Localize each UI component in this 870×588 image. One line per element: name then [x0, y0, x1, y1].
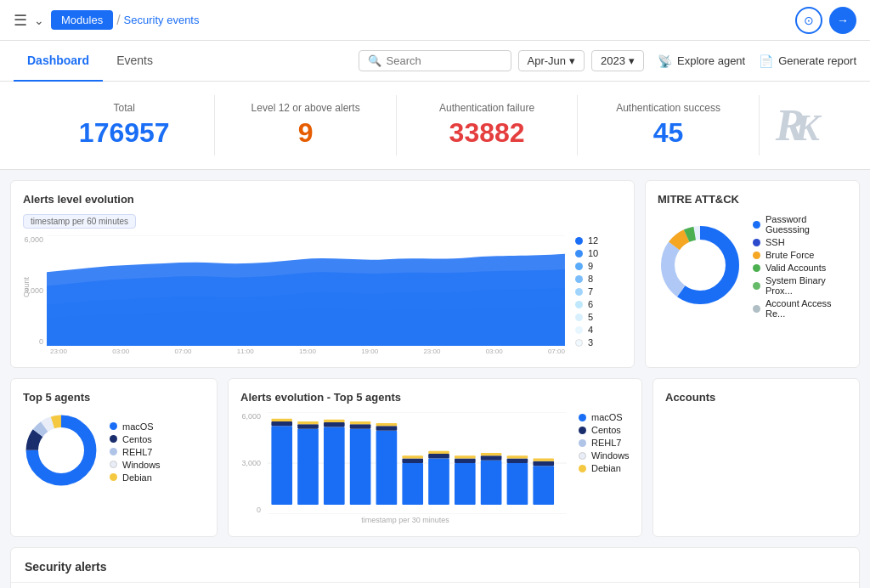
mitre-card: MITRE ATT&CK [645, 180, 860, 368]
y-label-0: 0 [23, 337, 43, 346]
svg-rect-47 [507, 459, 528, 463]
alerts-legend: 12 10 9 8 7 6 5 4 3 [575, 235, 622, 348]
top5-title: Top 5 agents [23, 391, 205, 404]
security-alerts-section: Security alerts Time ▼ Agent Agent name … [10, 547, 860, 588]
x-label-4: 11:00 [237, 348, 254, 355]
alerts-level-card: Alerts level evolution timestamp per 60 … [10, 180, 635, 368]
svg-rect-45 [481, 453, 502, 455]
mitre-title: MITRE ATT&CK [658, 193, 847, 206]
modules-breadcrumb[interactable]: Modules [51, 10, 113, 30]
x-label-1: 23:00 [50, 348, 67, 355]
svg-rect-35 [402, 459, 423, 463]
accounts-card: Accounts [652, 378, 860, 537]
bottom-section: Top 5 agents mac [0, 378, 870, 547]
svg-rect-19 [271, 426, 292, 505]
security-alerts-title: Security alerts [11, 548, 859, 583]
nav-search-area: 🔍 Apr-Jun ▾ 2023 ▾ [359, 50, 644, 71]
svg-rect-39 [428, 451, 449, 454]
alerts-card-title: Alerts level evolution [23, 193, 622, 206]
accounts-title: Accounts [665, 391, 715, 404]
radio-icon: 📡 [658, 54, 672, 68]
svg-point-8 [676, 241, 724, 289]
mitre-legend: Password Guesssing SSH Brute Force Valid… [753, 214, 847, 319]
date-filter-dropdown[interactable]: Apr-Jun ▾ [518, 50, 585, 71]
user-icon[interactable]: → [829, 7, 856, 34]
menu-icon[interactable]: ☰ [14, 11, 27, 30]
svg-rect-46 [507, 463, 528, 505]
x-label-3: 07:00 [174, 348, 191, 355]
breadcrumb-separator: / [116, 13, 120, 28]
svg-rect-41 [455, 459, 476, 463]
svg-rect-28 [350, 429, 371, 505]
search-input[interactable] [387, 54, 502, 67]
stats-bar: Total 176957 Level 12 or above alerts 9 … [0, 82, 870, 170]
svg-rect-43 [481, 461, 502, 505]
col-tactics: Tactic(s) [372, 583, 535, 588]
breadcrumb: Modules / Security events [51, 10, 199, 30]
svg-rect-20 [271, 421, 292, 426]
top5-donut-chart [23, 412, 99, 489]
auth-success-stat: Authentication success 45 [578, 95, 759, 155]
alerts-evolution-title: Alerts evolution - Top 5 agents [240, 391, 630, 404]
col-level: Level [760, 583, 805, 588]
bar-chart-x-label: timestamp per 30 minutes [240, 516, 570, 524]
tab-dashboard[interactable]: Dashboard [14, 41, 103, 82]
top5-legend: macOS Centos REHL7 Windows Debian [110, 421, 161, 483]
svg-rect-50 [533, 461, 554, 466]
svg-rect-21 [271, 419, 292, 421]
refresh-icon[interactable]: ⊙ [795, 7, 822, 34]
svg-rect-30 [350, 421, 371, 424]
x-label-7: 23:00 [423, 348, 440, 355]
year-filter-dropdown[interactable]: 2023 ▾ [591, 50, 644, 71]
svg-rect-36 [402, 455, 423, 458]
top5-agents-card: Top 5 agents mac [10, 378, 218, 537]
alerts-evolution-legend: macOS Centos REHL7 Windows Debian [579, 412, 630, 473]
svg-rect-37 [428, 459, 449, 506]
explore-agent-button[interactable]: 📡 Explore agent [658, 54, 745, 68]
svg-rect-29 [350, 424, 371, 428]
timestamp-tab: timestamp per 60 minutes [23, 214, 136, 229]
logo-area: RK [760, 104, 836, 148]
col-techniques: Technique(s) [288, 583, 371, 588]
x-label-2: 03:00 [112, 348, 129, 355]
current-page-breadcrumb: Security events [124, 14, 200, 26]
nav-bar: Dashboard Events 🔍 Apr-Jun ▾ 2023 ▾ 📡 Ex… [0, 41, 870, 82]
col-agent-name: Agent name [215, 583, 288, 588]
tab-events[interactable]: Events [103, 41, 167, 82]
svg-rect-48 [507, 455, 528, 458]
svg-rect-22 [297, 429, 319, 505]
search-box[interactable]: 🔍 [359, 50, 511, 71]
chevron-icon[interactable]: ⌄ [34, 14, 44, 27]
svg-point-15 [40, 429, 82, 472]
svg-rect-42 [455, 455, 476, 458]
chevron-down-icon: ▾ [569, 54, 575, 67]
mitre-donut-chart [658, 223, 743, 308]
svg-rect-51 [533, 459, 554, 461]
svg-rect-25 [324, 427, 345, 505]
rk-logo: RK [776, 104, 820, 148]
x-label-6: 19:00 [361, 348, 378, 355]
svg-rect-44 [481, 455, 502, 460]
generate-report-button[interactable]: 📄 Generate report [759, 54, 856, 68]
col-description: Description [534, 583, 760, 588]
table-header-row: Time ▼ Agent Agent name Technique(s) Tac… [11, 583, 859, 588]
alerts-bar-chart [268, 412, 567, 514]
svg-rect-34 [402, 463, 423, 505]
svg-rect-32 [376, 426, 398, 430]
auth-failure-stat: Authentication failure 33882 [397, 95, 578, 155]
col-agent: Agent [168, 583, 215, 588]
x-label-8: 03:00 [486, 348, 503, 355]
security-alerts-table: Time ▼ Agent Agent name Technique(s) Tac… [11, 583, 859, 588]
y-label-6000: 6,000 [23, 235, 43, 244]
svg-rect-40 [455, 463, 476, 505]
svg-rect-24 [297, 421, 319, 424]
alerts-area-chart [47, 235, 565, 346]
main-grid: Alerts level evolution timestamp per 60 … [0, 170, 870, 378]
svg-rect-33 [376, 423, 398, 426]
svg-rect-27 [324, 420, 345, 422]
level12-stat: Level 12 or above alerts 9 [215, 95, 396, 155]
nav-actions: 📡 Explore agent 📄 Generate report [658, 54, 856, 68]
x-label-5: 15:00 [299, 348, 316, 355]
svg-rect-31 [376, 431, 398, 505]
top-header: ☰ ⌄ Modules / Security events ⊙ → [0, 0, 870, 41]
